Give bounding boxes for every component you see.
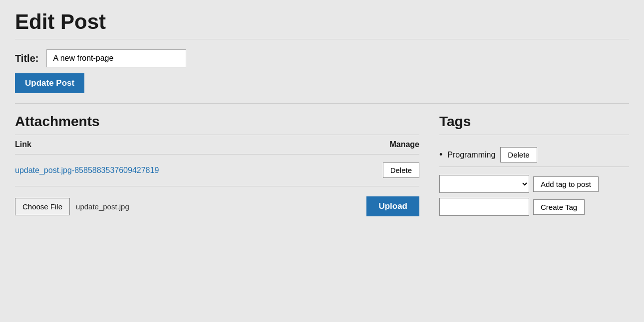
- table-header: Link Manage: [15, 135, 419, 155]
- col-manage: Manage: [389, 140, 419, 149]
- top-divider: [15, 39, 629, 39]
- delete-attachment-button[interactable]: Delete: [383, 162, 419, 178]
- mid-divider: [15, 103, 629, 104]
- title-input[interactable]: [46, 49, 186, 67]
- upload-row: Choose File update_post.jpg Upload: [15, 196, 419, 216]
- title-label: Title:: [15, 53, 38, 64]
- main-content: Attachments Link Manage update_post.jpg-…: [15, 114, 629, 216]
- page-title: Edit Post: [15, 10, 629, 34]
- create-tag-row: Create Tag: [439, 198, 629, 216]
- delete-tag-button[interactable]: Delete: [500, 147, 537, 162]
- add-tag-button[interactable]: Add tag to post: [533, 176, 599, 192]
- tag-select[interactable]: [439, 175, 529, 193]
- choose-file-button[interactable]: Choose File: [15, 198, 70, 215]
- col-link: Link: [15, 140, 31, 149]
- tag-name: Programming: [447, 151, 495, 160]
- tag-bullet: •: [439, 150, 442, 160]
- upload-button[interactable]: Upload: [366, 196, 419, 216]
- tag-item: • Programming Delete: [439, 143, 629, 167]
- tags-divider: [439, 135, 629, 135]
- title-row: Title:: [15, 49, 629, 67]
- table-row: update_post.jpg-8585883537609427819 Dele…: [15, 155, 419, 186]
- create-tag-button[interactable]: Create Tag: [533, 199, 585, 215]
- attachments-title: Attachments: [15, 114, 419, 130]
- tag-controls-row: Add tag to post: [439, 175, 629, 193]
- new-tag-input[interactable]: [439, 198, 529, 216]
- attachments-section: Attachments Link Manage update_post.jpg-…: [15, 114, 419, 216]
- tags-title: Tags: [439, 114, 629, 130]
- tags-section: Tags • Programming Delete Add tag to pos…: [439, 114, 629, 216]
- update-post-button[interactable]: Update Post: [15, 73, 84, 93]
- file-name-label: update_post.jpg: [76, 202, 129, 211]
- attachment-link[interactable]: update_post.jpg-8585883537609427819: [15, 166, 159, 175]
